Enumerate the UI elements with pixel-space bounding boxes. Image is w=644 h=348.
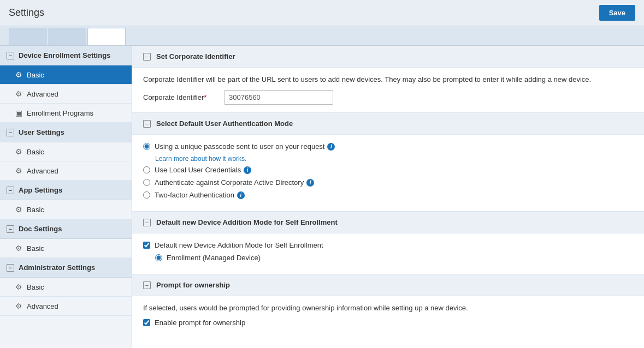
radio-active-directory: Authenticate against Corporate Active Di… (143, 178, 633, 187)
sidebar-item-basic-label: Basic (27, 71, 44, 79)
radio-active-directory-input[interactable] (143, 179, 150, 186)
sidebar-item-enrollment-programs[interactable]: ▣ Enrollment Programs (0, 104, 132, 123)
radio-local-credentials-input[interactable] (143, 166, 150, 173)
sidebar-section-user-settings[interactable]: − User Settings (0, 123, 132, 142)
collapse-user-settings-icon: − (7, 129, 14, 136)
section-user-auth-header: − Select Default User Authentication Mod… (132, 113, 644, 135)
sidebar-item-app-basic[interactable]: ⚙ Basic (0, 200, 132, 219)
tab-bar (0, 26, 644, 46)
gear-icon: ⚙ (15, 283, 22, 291)
info-active-directory-icon[interactable]: i (306, 179, 314, 187)
section-device-addition-title: Default new Device Addition Mode for Sel… (156, 218, 338, 226)
radio-two-factor: Two-factor Authentication i (143, 191, 633, 199)
gear-icon: ⚙ (15, 89, 22, 98)
sidebar-item-doc-basic[interactable]: ⚙ Basic (0, 239, 132, 258)
radio-two-factor-input[interactable] (143, 191, 150, 199)
section-corporate-identifier: − Set Corporate Identifier Corporate Ide… (132, 46, 644, 113)
sidebar-item-user-basic-label: Basic (27, 148, 44, 156)
checkbox-device-addition: Default new Device Addition Mode for Sel… (143, 241, 633, 249)
radio-enrollment-managed-label: Enrollment (Managed Device) (167, 254, 261, 262)
section-prompt-ownership: − Prompt for ownership If selected, user… (132, 274, 644, 339)
gear-icon: ⚙ (15, 302, 22, 310)
section-device-addition: − Default new Device Addition Mode for S… (132, 212, 644, 274)
sidebar-item-app-basic-label: Basic (27, 206, 44, 214)
sidebar-section-app-settings-label: App Settings (19, 186, 62, 194)
sidebar-item-user-advanced[interactable]: ⚙ Advanced (0, 161, 132, 181)
checkbox-enable-prompt: Enable prompt for ownership (143, 319, 633, 327)
radio-enrollment-managed: Enrollment (Managed Device) (155, 254, 633, 262)
prompt-ownership-description: If selected, users would be prompted for… (143, 304, 633, 312)
section-prompt-ownership-header: − Prompt for ownership (132, 274, 644, 296)
corporate-identifier-label: Corporate Identifier* (143, 93, 220, 101)
sidebar-item-user-basic[interactable]: ⚙ Basic (0, 142, 132, 161)
sidebar-section-device-enrollment-label: Device Enrollment Settings (19, 51, 110, 59)
collapse-device-addition-icon: − (143, 219, 151, 226)
sidebar-item-user-advanced-label: Advanced (27, 167, 58, 175)
collapse-doc-settings-icon: − (7, 225, 14, 233)
section-corporate-identifier-body: Corporate Identifier will be part of the… (132, 68, 644, 112)
checkbox-enable-prompt-label: Enable prompt for ownership (155, 319, 245, 327)
sidebar-item-admin-basic-label: Basic (27, 283, 44, 291)
sidebar-item-admin-basic[interactable]: ⚙ Basic (0, 278, 132, 297)
sidebar-item-admin-advanced[interactable]: ⚙ Advanced (0, 297, 132, 316)
tab-2[interactable] (48, 28, 86, 45)
sidebar-section-admin-settings-label: Administrator Settings (19, 263, 95, 272)
radio-two-factor-label: Two-factor Authentication (155, 191, 234, 199)
collapse-corporate-identifier-icon: − (143, 53, 151, 61)
corporate-identifier-field-row: Corporate Identifier* (143, 90, 633, 105)
learn-more-link[interactable]: Learn more about how it works. (155, 155, 633, 163)
info-unique-passcode-icon[interactable]: i (327, 143, 335, 151)
collapse-app-settings-icon: − (7, 187, 14, 194)
sidebar-item-admin-advanced-label: Advanced (27, 302, 58, 310)
gear-icon: ⚙ (15, 70, 22, 79)
info-two-factor-icon[interactable]: i (237, 191, 245, 199)
section-corporate-identifier-title: Set Corporate Identifier (156, 52, 235, 61)
sidebar-section-doc-settings[interactable]: − Doc Settings (0, 219, 132, 239)
sidebar-item-doc-basic-label: Basic (27, 244, 44, 253)
gear-icon: ⚙ (15, 244, 22, 253)
radio-unique-passcode-input[interactable] (143, 143, 150, 150)
sidebar-section-device-enrollment[interactable]: − Device Enrollment Settings (0, 46, 132, 65)
sidebar-item-advanced-label: Advanced (27, 90, 58, 98)
content-area: − Set Corporate Identifier Corporate Ide… (132, 46, 644, 348)
sidebar-section-user-settings-label: User Settings (19, 128, 64, 136)
tab-1[interactable] (9, 28, 47, 45)
collapse-prompt-ownership-icon: − (143, 281, 151, 289)
sidebar-section-doc-settings-label: Doc Settings (19, 225, 62, 233)
gear-icon: ⚙ (15, 205, 22, 214)
section-device-addition-header: − Default new Device Addition Mode for S… (132, 212, 644, 233)
section-prompt-ownership-title: Prompt for ownership (156, 281, 230, 289)
sidebar-section-app-settings[interactable]: − App Settings (0, 181, 132, 200)
checkbox-enable-prompt-input[interactable] (143, 319, 150, 326)
radio-active-directory-label: Authenticate against Corporate Active Di… (155, 178, 304, 187)
sidebar-item-enrollment-programs-label: Enrollment Programs (27, 109, 93, 117)
radio-unique-passcode-label: Using a unique passcode sent to user on … (155, 142, 324, 151)
section-user-auth: − Select Default User Authentication Mod… (132, 113, 644, 212)
page-title: Settings (9, 7, 44, 19)
section-user-auth-title: Select Default User Authentication Mode (156, 119, 293, 128)
section-corporate-identifier-header: − Set Corporate Identifier (132, 46, 644, 68)
device-addition-indent: Enrollment (Managed Device) (143, 254, 633, 262)
radio-local-credentials: Use Local User Credentials i (143, 166, 633, 174)
checkbox-device-addition-label: Default new Device Addition Mode for Sel… (155, 241, 323, 249)
sidebar-item-basic[interactable]: ⚙ Basic (0, 65, 132, 85)
radio-unique-passcode: Using a unique passcode sent to user on … (143, 142, 633, 151)
tab-3[interactable] (87, 28, 126, 45)
corporate-identifier-input[interactable] (224, 90, 333, 105)
section-device-addition-body: Default new Device Addition Mode for Sel… (132, 233, 644, 274)
radio-enrollment-managed-input[interactable] (155, 254, 162, 261)
radio-local-credentials-label: Use Local User Credentials (155, 166, 241, 174)
header: Settings Save (0, 0, 644, 26)
save-button[interactable]: Save (599, 5, 635, 21)
main-layout: − Device Enrollment Settings ⚙ Basic ⚙ A… (0, 46, 644, 348)
collapse-user-auth-icon: − (143, 120, 151, 128)
checkbox-device-addition-input[interactable] (143, 242, 150, 249)
tablet-icon: ▣ (15, 109, 22, 117)
gear-icon: ⚙ (15, 147, 22, 156)
section-prompt-ownership-body: If selected, users would be prompted for… (132, 296, 644, 339)
info-local-credentials-icon[interactable]: i (244, 166, 251, 174)
gear-icon: ⚙ (15, 166, 22, 175)
sidebar-item-advanced[interactable]: ⚙ Advanced (0, 85, 132, 104)
sidebar: − Device Enrollment Settings ⚙ Basic ⚙ A… (0, 46, 132, 348)
sidebar-section-administrator-settings[interactable]: − Administrator Settings (0, 258, 132, 278)
